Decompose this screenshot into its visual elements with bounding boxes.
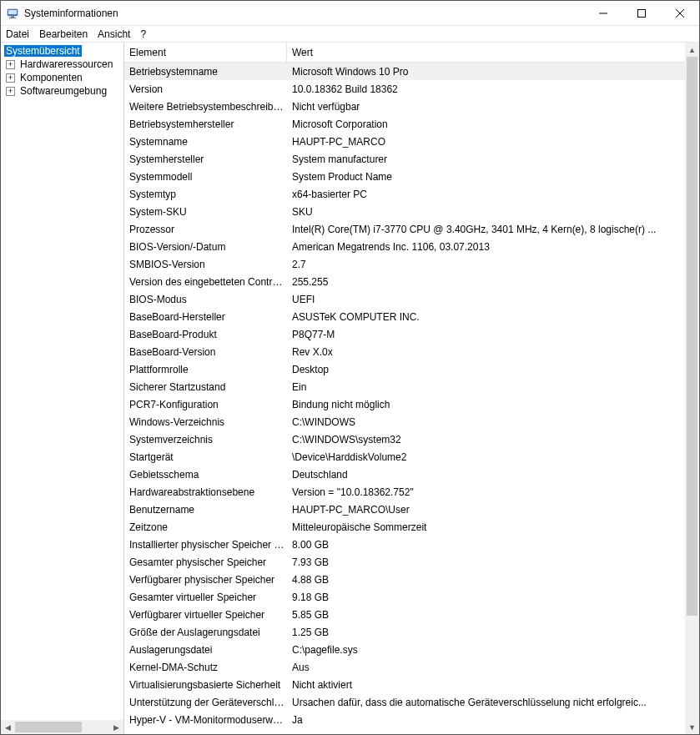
table-row[interactable]: BetriebsystemnameMicrosoft Windows 10 Pr…	[124, 63, 685, 80]
cell-element: PCR7-Konfiguration	[124, 399, 287, 410]
table-row[interactable]: Windows-VerzeichnisC:\WINDOWS	[124, 413, 685, 430]
cell-element: Verfügbarer virtueller Speicher	[124, 609, 287, 621]
menu-help[interactable]: ?	[140, 28, 146, 40]
table-row[interactable]: Weitere BetriebsystembeschreibungNicht v…	[124, 98, 685, 115]
cell-value: 9.18 GB	[287, 592, 685, 603]
cell-element: SMBIOS-Version	[124, 259, 287, 270]
table-row[interactable]: BaseBoard-VersionRev X.0x	[124, 343, 685, 360]
table-row[interactable]: Größe der Auslagerungsdatei1.25 GB	[124, 623, 685, 641]
tree-item-system-summary[interactable]: Systemübersicht	[3, 44, 122, 58]
cell-element: Kernel-DMA-Schutz	[124, 662, 287, 673]
scroll-track[interactable]	[15, 720, 109, 734]
table-row[interactable]: HardwareabstraktionsebeneVersion = "10.0…	[124, 483, 685, 501]
cell-value: Intel(R) Core(TM) i7-3770 CPU @ 3.40GHz,…	[287, 224, 685, 235]
cell-value: ASUSTeK COMPUTER INC.	[287, 311, 685, 323]
table-row[interactable]: Version10.0.18362 Build 18362	[124, 80, 685, 98]
cell-element: Sicherer Startzustand	[124, 381, 287, 393]
table-row[interactable]: PCR7-KonfigurationBindung nicht möglich	[124, 395, 685, 413]
table-row[interactable]: BaseBoard-ProduktP8Q77-M	[124, 325, 685, 343]
column-header-value[interactable]: Wert	[287, 43, 685, 62]
app-icon	[6, 7, 19, 20]
window-title: Systeminformationen	[24, 8, 584, 19]
table-row[interactable]: Unterstützung der GeräteverschlüsselungU…	[124, 693, 685, 711]
cell-element: Zeitzone	[124, 521, 287, 533]
table-row[interactable]: Systemtypx64-basierter PC	[124, 185, 685, 203]
table-row[interactable]: SystemmodellSystem Product Name	[124, 168, 685, 185]
table-row[interactable]: SystemherstellerSystem manufacturer	[124, 150, 685, 168]
table-row[interactable]: System-SKUSKU	[124, 203, 685, 220]
table-row[interactable]: BetriebsystemherstellerMicrosoft Corpora…	[124, 115, 685, 133]
menu-view[interactable]: Ansicht	[98, 28, 130, 40]
cell-element: Benutzername	[124, 504, 287, 516]
cell-element: Virtualisierungsbasierte Sicherheit	[124, 679, 287, 691]
scroll-thumb[interactable]	[687, 57, 697, 616]
table-row[interactable]: Gesamter physischer Speicher7.93 GB	[124, 553, 685, 571]
scroll-up-icon[interactable]: ▲	[685, 43, 699, 57]
table-row[interactable]: Version des eingebetteten Controllers255…	[124, 273, 685, 290]
table-row[interactable]: BIOS-Version/-DatumAmerican Megatrends I…	[124, 238, 685, 255]
table-row[interactable]: Virtualisierungsbasierte SicherheitNicht…	[124, 676, 685, 693]
table-row[interactable]: SystemnameHAUPT-PC_MARCO	[124, 133, 685, 150]
list-body: BetriebsystemnameMicrosoft Windows 10 Pr…	[124, 63, 685, 728]
cell-element: System-SKU	[124, 206, 287, 218]
table-row[interactable]: ZeitzoneMitteleuropäische Sommerzeit	[124, 518, 685, 536]
table-row[interactable]: Installierter physischer Speicher (RAM)8…	[124, 536, 685, 553]
table-row[interactable]: BIOS-ModusUEFI	[124, 290, 685, 308]
table-row[interactable]: AuslagerungsdateiC:\pagefile.sys	[124, 641, 685, 658]
tree-item-hardware[interactable]: + Hardwareressourcen	[3, 58, 122, 71]
cell-element: Plattformrolle	[124, 364, 287, 375]
table-row[interactable]: SystemverzeichnisC:\WINDOWS\system32	[124, 430, 685, 448]
table-row[interactable]: Verfügbarer physischer Speicher4.88 GB	[124, 571, 685, 588]
table-row[interactable]: SMBIOS-Version2.7	[124, 255, 685, 273]
tree-item-software[interactable]: + Softwareumgebung	[3, 84, 122, 98]
table-row[interactable]: GebietsschemaDeutschland	[124, 466, 685, 483]
table-row[interactable]: BenutzernameHAUPT-PC_MARCO\User	[124, 501, 685, 518]
tree-item-components[interactable]: + Komponenten	[3, 71, 122, 84]
table-row[interactable]: Gesamter virtueller Speicher9.18 GB	[124, 588, 685, 606]
cell-value: 1.25 GB	[287, 627, 685, 638]
svg-rect-3	[9, 18, 16, 18]
scroll-down-icon[interactable]: ▼	[685, 720, 699, 734]
scroll-right-icon[interactable]: ▶	[109, 720, 123, 734]
cell-value: Aus	[287, 662, 685, 673]
cell-element: Installierter physischer Speicher (RAM)	[124, 539, 287, 551]
table-row[interactable]: Kernel-DMA-SchutzAus	[124, 658, 685, 676]
tree-pane: Systemübersicht + Hardwareressourcen + K…	[1, 43, 124, 734]
cell-value: 7.93 GB	[287, 556, 685, 568]
expand-icon[interactable]: +	[6, 73, 15, 83]
cell-value: 8.00 GB	[287, 539, 685, 551]
column-header-element[interactable]: Element	[124, 43, 287, 62]
scroll-left-icon[interactable]: ◀	[1, 720, 15, 734]
tree-label: Softwareumgebung	[18, 85, 108, 97]
cell-element: BIOS-Modus	[124, 294, 287, 305]
minimize-button[interactable]	[584, 1, 622, 26]
table-row[interactable]: Startgerät\Device\HarddiskVolume2	[124, 448, 685, 466]
vertical-scrollbar[interactable]: ▲ ▼	[685, 43, 699, 734]
scroll-track[interactable]	[685, 57, 699, 720]
svg-rect-5	[638, 9, 646, 17]
cell-element: Verfügbarer physischer Speicher	[124, 574, 287, 586]
expand-icon[interactable]: +	[6, 87, 15, 96]
cell-element: Systemverzeichnis	[124, 434, 287, 446]
cell-value: C:\WINDOWS\system32	[287, 434, 685, 446]
cell-value: P8Q77-M	[287, 329, 685, 340]
tree-horizontal-scrollbar[interactable]: ◀ ▶	[1, 720, 123, 734]
cell-value: 4.88 GB	[287, 574, 685, 586]
cell-value: Ja	[287, 714, 685, 726]
expand-icon[interactable]: +	[6, 60, 15, 69]
table-row[interactable]: Sicherer StartzustandEin	[124, 378, 685, 395]
table-row[interactable]: PlattformrolleDesktop	[124, 360, 685, 378]
table-row[interactable]: ProzessorIntel(R) Core(TM) i7-3770 CPU @…	[124, 220, 685, 238]
window-controls	[584, 1, 699, 26]
table-row[interactable]: Verfügbarer virtueller Speicher5.85 GB	[124, 606, 685, 623]
close-button[interactable]	[661, 1, 699, 26]
menu-edit[interactable]: Bearbeiten	[39, 28, 88, 40]
scroll-thumb[interactable]	[15, 722, 82, 732]
maximize-button[interactable]	[622, 1, 661, 26]
cell-element: Gesamter virtueller Speicher	[124, 592, 287, 603]
menu-file[interactable]: Datei	[6, 28, 29, 40]
cell-value: UEFI	[287, 294, 685, 305]
table-row[interactable]: BaseBoard-HerstellerASUSTeK COMPUTER INC…	[124, 308, 685, 325]
table-row[interactable]: Hyper-V - VM-MonitormoduserweiterungenJa	[124, 711, 685, 728]
cell-value: System Product Name	[287, 171, 685, 183]
